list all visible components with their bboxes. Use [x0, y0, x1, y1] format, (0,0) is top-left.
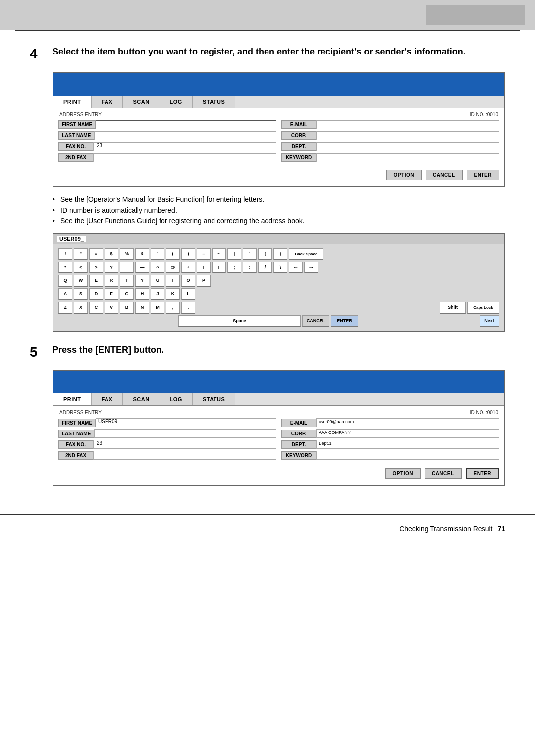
- key-i[interactable]: I: [166, 275, 180, 287]
- key-period[interactable]: .: [181, 302, 195, 314]
- key-r[interactable]: R: [105, 275, 118, 287]
- key-comma[interactable]: ,: [166, 302, 180, 314]
- key-b[interactable]: B: [120, 302, 134, 314]
- screen2-corp-input[interactable]: AAA COMPANY: [316, 429, 499, 438]
- key-question[interactable]: ?: [105, 262, 118, 273]
- screen2-lastname-input[interactable]: [94, 429, 276, 438]
- tab-scan-2[interactable]: SCAN: [123, 393, 160, 405]
- key-next[interactable]: Next: [480, 315, 499, 327]
- key-rparen[interactable]: ): [181, 248, 195, 260]
- key-v[interactable]: V: [105, 302, 118, 314]
- screen2-firstname-input[interactable]: USER09: [96, 418, 276, 427]
- tab-log-1[interactable]: LOG: [160, 96, 193, 108]
- screen2-dept-input[interactable]: Dept.1: [316, 440, 499, 449]
- tab-fax-1[interactable]: FAX: [92, 96, 123, 108]
- screen1-cancel-button[interactable]: CANCEL: [426, 170, 463, 180]
- screen2-2ndfax-label[interactable]: 2ND FAX: [58, 451, 93, 460]
- tab-scan-1[interactable]: SCAN: [123, 96, 160, 108]
- key-slash[interactable]: /: [258, 262, 272, 273]
- key-equals[interactable]: =: [197, 248, 211, 260]
- key-colon[interactable]: :: [243, 262, 257, 273]
- email-label-btn[interactable]: E-MAIL: [281, 120, 316, 129]
- email-input[interactable]: [316, 120, 499, 129]
- firstname-input[interactable]: [96, 120, 276, 129]
- key-a[interactable]: A: [58, 288, 72, 300]
- key-n[interactable]: N: [135, 302, 149, 314]
- screen2-firstname-label[interactable]: FIRST NAME: [58, 419, 96, 427]
- key-dollar[interactable]: $: [105, 248, 118, 260]
- faxno-input[interactable]: 23: [93, 142, 276, 151]
- 2ndfax-input[interactable]: [93, 153, 276, 162]
- key-gt[interactable]: >: [89, 262, 103, 273]
- key-tilde[interactable]: ~: [212, 248, 226, 260]
- key-grave[interactable]: `: [243, 248, 257, 260]
- key-star[interactable]: *: [58, 262, 72, 273]
- key-percent[interactable]: %: [120, 248, 134, 260]
- key-x[interactable]: X: [74, 302, 88, 314]
- 2ndfax-label-btn[interactable]: 2ND FAX: [58, 153, 93, 162]
- key-y[interactable]: Y: [135, 275, 149, 287]
- key-at[interactable]: @: [166, 262, 180, 273]
- key-pipe[interactable]: |: [227, 248, 241, 260]
- corp-label-btn[interactable]: CORP.: [281, 131, 316, 140]
- tab-fax-2[interactable]: FAX: [92, 393, 123, 405]
- key-quote[interactable]: ": [74, 248, 88, 260]
- key-g[interactable]: G: [120, 288, 134, 300]
- key-caret[interactable]: ^: [151, 262, 164, 273]
- key-backslash[interactable]: \: [273, 262, 287, 273]
- key-o[interactable]: O: [181, 275, 195, 287]
- screen2-email-input[interactable]: user09@aaa.com: [316, 418, 499, 427]
- key-amp[interactable]: &: [135, 248, 149, 260]
- keyword-label-btn[interactable]: KEYWORD: [281, 153, 316, 162]
- screen2-2ndfax-input[interactable]: [93, 451, 276, 460]
- key-f[interactable]: F: [105, 288, 118, 300]
- key-d[interactable]: D: [89, 288, 103, 300]
- key-p[interactable]: P: [197, 275, 211, 287]
- key-lt[interactable]: <: [74, 262, 88, 273]
- key-lparen[interactable]: (: [166, 248, 180, 260]
- key-caps-lock[interactable]: Caps Lock: [467, 302, 499, 314]
- tab-print-1[interactable]: PRINT: [54, 96, 92, 108]
- lastname-input[interactable]: [94, 131, 276, 140]
- screen2-faxno-label[interactable]: FAX NO.: [58, 440, 93, 449]
- key-rbrace[interactable]: }: [273, 248, 287, 260]
- key-cancel[interactable]: CANCEL: [302, 315, 329, 327]
- key-I2[interactable]: I: [212, 262, 226, 273]
- key-backspace[interactable]: Back Space: [289, 248, 323, 260]
- tab-status-1[interactable]: STATUS: [193, 96, 235, 108]
- tab-print-2[interactable]: PRINT: [54, 393, 92, 405]
- key-z[interactable]: Z: [58, 302, 72, 314]
- key-m[interactable]: M: [151, 302, 164, 314]
- key-right-arrow[interactable]: →: [304, 262, 318, 273]
- key-excl[interactable]: !: [58, 248, 72, 260]
- screen2-enter-button[interactable]: ENTER: [466, 468, 499, 479]
- key-underscore[interactable]: _: [120, 262, 134, 273]
- key-w[interactable]: W: [74, 275, 88, 287]
- screen1-option-button[interactable]: OPTION: [386, 170, 422, 180]
- key-hash[interactable]: #: [89, 248, 103, 260]
- key-semicolon[interactable]: ;: [227, 262, 241, 273]
- key-j[interactable]: J: [151, 288, 164, 300]
- screen2-keyword-input[interactable]: [316, 451, 499, 460]
- dept-input[interactable]: [316, 142, 499, 151]
- key-c[interactable]: C: [89, 302, 103, 314]
- key-enter-kb[interactable]: ENTER: [331, 315, 358, 327]
- key-l[interactable]: L: [181, 288, 195, 300]
- key-s[interactable]: S: [74, 288, 88, 300]
- screen2-keyword-label[interactable]: KEYWORD: [281, 451, 316, 460]
- key-shift[interactable]: Shift: [440, 302, 466, 314]
- screen2-corp-label[interactable]: CORP.: [281, 430, 316, 438]
- keyword-input[interactable]: [316, 153, 499, 162]
- key-h[interactable]: H: [135, 288, 149, 300]
- screen2-faxno-input[interactable]: 23: [93, 440, 276, 449]
- tab-log-2[interactable]: LOG: [160, 393, 193, 405]
- key-k[interactable]: K: [166, 288, 180, 300]
- key-q[interactable]: Q: [58, 275, 72, 287]
- screen2-lastname-label[interactable]: LAST NAME: [58, 430, 94, 438]
- screen2-dept-label[interactable]: DEPT.: [281, 440, 316, 449]
- key-u[interactable]: U: [151, 275, 164, 287]
- dept-label-btn[interactable]: DEPT.: [281, 142, 316, 151]
- key-t[interactable]: T: [120, 275, 134, 287]
- key-I1[interactable]: I: [197, 262, 211, 273]
- tab-status-2[interactable]: STATUS: [193, 393, 235, 405]
